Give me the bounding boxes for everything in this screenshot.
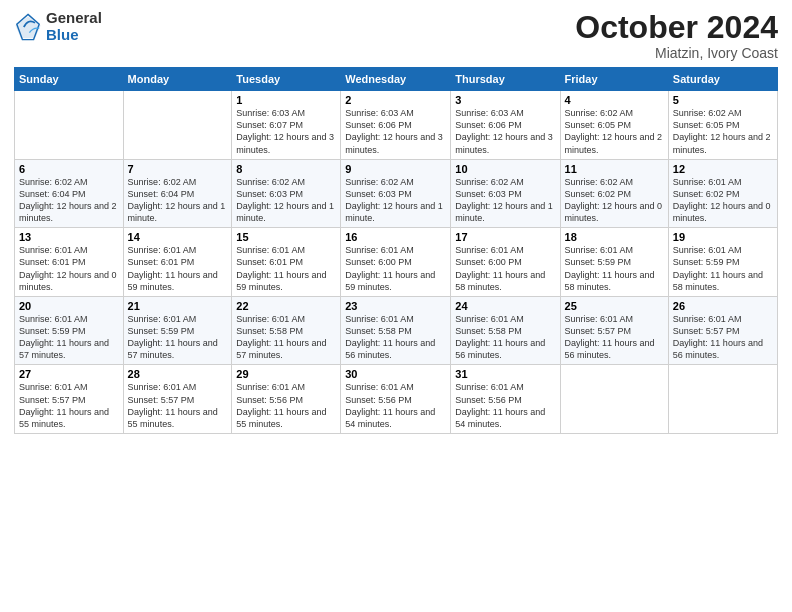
day-number: 21 (128, 300, 228, 312)
logo-general: General (46, 10, 102, 27)
calendar-cell: 25Sunrise: 6:01 AMSunset: 5:57 PMDayligh… (560, 296, 668, 365)
day-number: 15 (236, 231, 336, 243)
title-block: October 2024 Miatzin, Ivory Coast (575, 10, 778, 61)
col-wednesday: Wednesday (341, 68, 451, 91)
calendar-cell: 15Sunrise: 6:01 AMSunset: 6:01 PMDayligh… (232, 228, 341, 297)
calendar-cell: 11Sunrise: 6:02 AMSunset: 6:02 PMDayligh… (560, 159, 668, 228)
calendar-cell: 28Sunrise: 6:01 AMSunset: 5:57 PMDayligh… (123, 365, 232, 434)
day-number: 11 (565, 163, 664, 175)
page-container: General Blue October 2024 Miatzin, Ivory… (0, 0, 792, 612)
calendar-cell: 9Sunrise: 6:02 AMSunset: 6:03 PMDaylight… (341, 159, 451, 228)
day-number: 20 (19, 300, 119, 312)
calendar-cell (668, 365, 777, 434)
calendar-cell: 12Sunrise: 6:01 AMSunset: 6:02 PMDayligh… (668, 159, 777, 228)
day-info: Sunrise: 6:01 AMSunset: 5:57 PMDaylight:… (19, 381, 119, 430)
calendar-cell: 27Sunrise: 6:01 AMSunset: 5:57 PMDayligh… (15, 365, 124, 434)
calendar-cell (560, 365, 668, 434)
day-info: Sunrise: 6:01 AMSunset: 5:59 PMDaylight:… (128, 313, 228, 362)
calendar-week-row: 1Sunrise: 6:03 AMSunset: 6:07 PMDaylight… (15, 91, 778, 160)
day-info: Sunrise: 6:01 AMSunset: 6:01 PMDaylight:… (19, 244, 119, 293)
day-number: 2 (345, 94, 446, 106)
day-number: 30 (345, 368, 446, 380)
location-subtitle: Miatzin, Ivory Coast (575, 45, 778, 61)
calendar-cell (123, 91, 232, 160)
day-number: 18 (565, 231, 664, 243)
calendar-week-row: 6Sunrise: 6:02 AMSunset: 6:04 PMDaylight… (15, 159, 778, 228)
day-info: Sunrise: 6:02 AMSunset: 6:04 PMDaylight:… (128, 176, 228, 225)
day-info: Sunrise: 6:01 AMSunset: 5:59 PMDaylight:… (19, 313, 119, 362)
day-number: 19 (673, 231, 773, 243)
day-info: Sunrise: 6:03 AMSunset: 6:07 PMDaylight:… (236, 107, 336, 156)
day-number: 23 (345, 300, 446, 312)
calendar-cell: 19Sunrise: 6:01 AMSunset: 5:59 PMDayligh… (668, 228, 777, 297)
logo-blue: Blue (46, 27, 102, 44)
day-info: Sunrise: 6:02 AMSunset: 6:03 PMDaylight:… (455, 176, 555, 225)
day-info: Sunrise: 6:01 AMSunset: 5:58 PMDaylight:… (455, 313, 555, 362)
day-info: Sunrise: 6:01 AMSunset: 5:58 PMDaylight:… (345, 313, 446, 362)
month-title: October 2024 (575, 10, 778, 45)
calendar-cell: 22Sunrise: 6:01 AMSunset: 5:58 PMDayligh… (232, 296, 341, 365)
calendar-cell: 21Sunrise: 6:01 AMSunset: 5:59 PMDayligh… (123, 296, 232, 365)
day-info: Sunrise: 6:01 AMSunset: 5:57 PMDaylight:… (565, 313, 664, 362)
calendar-cell: 3Sunrise: 6:03 AMSunset: 6:06 PMDaylight… (451, 91, 560, 160)
calendar-cell: 30Sunrise: 6:01 AMSunset: 5:56 PMDayligh… (341, 365, 451, 434)
day-info: Sunrise: 6:01 AMSunset: 6:02 PMDaylight:… (673, 176, 773, 225)
calendar-cell: 2Sunrise: 6:03 AMSunset: 6:06 PMDaylight… (341, 91, 451, 160)
day-info: Sunrise: 6:01 AMSunset: 5:59 PMDaylight:… (565, 244, 664, 293)
calendar-cell: 6Sunrise: 6:02 AMSunset: 6:04 PMDaylight… (15, 159, 124, 228)
calendar-cell: 10Sunrise: 6:02 AMSunset: 6:03 PMDayligh… (451, 159, 560, 228)
day-number: 25 (565, 300, 664, 312)
day-number: 14 (128, 231, 228, 243)
calendar-week-row: 20Sunrise: 6:01 AMSunset: 5:59 PMDayligh… (15, 296, 778, 365)
day-number: 16 (345, 231, 446, 243)
calendar-cell: 16Sunrise: 6:01 AMSunset: 6:00 PMDayligh… (341, 228, 451, 297)
day-number: 6 (19, 163, 119, 175)
day-info: Sunrise: 6:03 AMSunset: 6:06 PMDaylight:… (345, 107, 446, 156)
day-number: 24 (455, 300, 555, 312)
day-info: Sunrise: 6:02 AMSunset: 6:02 PMDaylight:… (565, 176, 664, 225)
calendar-cell (15, 91, 124, 160)
calendar-cell: 13Sunrise: 6:01 AMSunset: 6:01 PMDayligh… (15, 228, 124, 297)
day-number: 12 (673, 163, 773, 175)
col-saturday: Saturday (668, 68, 777, 91)
col-friday: Friday (560, 68, 668, 91)
day-info: Sunrise: 6:01 AMSunset: 5:57 PMDaylight:… (128, 381, 228, 430)
calendar-cell: 24Sunrise: 6:01 AMSunset: 5:58 PMDayligh… (451, 296, 560, 365)
calendar-cell: 26Sunrise: 6:01 AMSunset: 5:57 PMDayligh… (668, 296, 777, 365)
day-info: Sunrise: 6:01 AMSunset: 5:56 PMDaylight:… (345, 381, 446, 430)
calendar-cell: 31Sunrise: 6:01 AMSunset: 5:56 PMDayligh… (451, 365, 560, 434)
col-thursday: Thursday (451, 68, 560, 91)
day-number: 28 (128, 368, 228, 380)
day-info: Sunrise: 6:01 AMSunset: 5:56 PMDaylight:… (236, 381, 336, 430)
calendar-cell: 20Sunrise: 6:01 AMSunset: 5:59 PMDayligh… (15, 296, 124, 365)
day-info: Sunrise: 6:01 AMSunset: 5:58 PMDaylight:… (236, 313, 336, 362)
calendar-cell: 14Sunrise: 6:01 AMSunset: 6:01 PMDayligh… (123, 228, 232, 297)
day-info: Sunrise: 6:02 AMSunset: 6:05 PMDaylight:… (565, 107, 664, 156)
day-number: 27 (19, 368, 119, 380)
calendar-cell: 17Sunrise: 6:01 AMSunset: 6:00 PMDayligh… (451, 228, 560, 297)
logo: General Blue (14, 10, 102, 43)
col-tuesday: Tuesday (232, 68, 341, 91)
day-number: 8 (236, 163, 336, 175)
day-number: 5 (673, 94, 773, 106)
calendar-cell: 5Sunrise: 6:02 AMSunset: 6:05 PMDaylight… (668, 91, 777, 160)
day-info: Sunrise: 6:01 AMSunset: 6:00 PMDaylight:… (455, 244, 555, 293)
day-info: Sunrise: 6:01 AMSunset: 5:56 PMDaylight:… (455, 381, 555, 430)
calendar-cell: 4Sunrise: 6:02 AMSunset: 6:05 PMDaylight… (560, 91, 668, 160)
calendar-table: Sunday Monday Tuesday Wednesday Thursday… (14, 67, 778, 434)
day-number: 1 (236, 94, 336, 106)
col-sunday: Sunday (15, 68, 124, 91)
day-info: Sunrise: 6:01 AMSunset: 5:59 PMDaylight:… (673, 244, 773, 293)
day-info: Sunrise: 6:02 AMSunset: 6:04 PMDaylight:… (19, 176, 119, 225)
day-info: Sunrise: 6:01 AMSunset: 6:01 PMDaylight:… (236, 244, 336, 293)
col-monday: Monday (123, 68, 232, 91)
calendar-cell: 7Sunrise: 6:02 AMSunset: 6:04 PMDaylight… (123, 159, 232, 228)
header: General Blue October 2024 Miatzin, Ivory… (14, 10, 778, 61)
calendar-header: Sunday Monday Tuesday Wednesday Thursday… (15, 68, 778, 91)
day-info: Sunrise: 6:01 AMSunset: 6:01 PMDaylight:… (128, 244, 228, 293)
day-number: 3 (455, 94, 555, 106)
calendar-cell: 1Sunrise: 6:03 AMSunset: 6:07 PMDaylight… (232, 91, 341, 160)
calendar-cell: 29Sunrise: 6:01 AMSunset: 5:56 PMDayligh… (232, 365, 341, 434)
calendar-cell: 18Sunrise: 6:01 AMSunset: 5:59 PMDayligh… (560, 228, 668, 297)
day-info: Sunrise: 6:03 AMSunset: 6:06 PMDaylight:… (455, 107, 555, 156)
